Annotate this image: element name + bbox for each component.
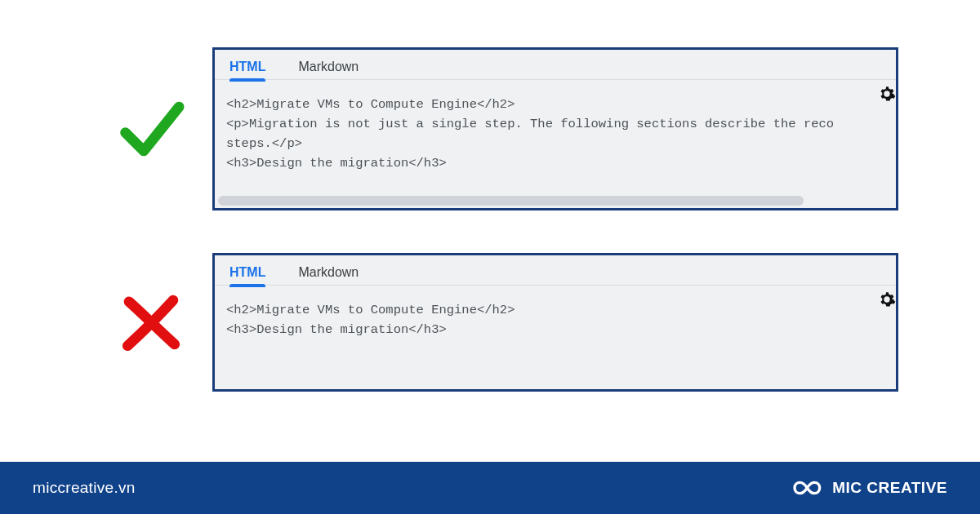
footer-brand: MIC CREATIVE	[790, 476, 947, 499]
code-area: <h2>Migrate VMs to Compute Engine</h2> <…	[215, 80, 896, 184]
footer: miccreative.vn MIC CREATIVE	[0, 462, 980, 514]
tab-html[interactable]: HTML	[225, 56, 270, 79]
code-block: <h2>Migrate VMs to Compute Engine</h2> <…	[226, 95, 884, 173]
tab-markdown[interactable]: Markdown	[293, 56, 363, 79]
cross-icon	[114, 286, 188, 359]
gear-icon[interactable]	[878, 85, 896, 103]
example-bad: HTML Markdown <h2>Migrate VMs to Compute…	[114, 253, 931, 392]
check-icon	[114, 92, 188, 166]
canvas: HTML Markdown <h2>Migrate VMs to Compute…	[0, 0, 980, 514]
gear-icon[interactable]	[878, 290, 896, 308]
scrollbar-horizontal[interactable]	[215, 196, 896, 206]
scrollbar-thumb[interactable]	[218, 196, 804, 206]
code-panel-good: HTML Markdown <h2>Migrate VMs to Compute…	[212, 47, 898, 210]
tabbar: HTML Markdown	[215, 255, 896, 286]
infinity-logo-icon	[790, 476, 822, 499]
tab-markdown[interactable]: Markdown	[293, 262, 363, 285]
code-panel-bad: HTML Markdown <h2>Migrate VMs to Compute…	[212, 253, 898, 392]
footer-site: miccreative.vn	[33, 479, 136, 497]
code-area: <h2>Migrate VMs to Compute Engine</h2> <…	[215, 286, 896, 351]
footer-brand-text: MIC CREATIVE	[832, 479, 947, 497]
example-good: HTML Markdown <h2>Migrate VMs to Compute…	[114, 47, 931, 210]
code-block: <h2>Migrate VMs to Compute Engine</h2> <…	[226, 300, 884, 339]
tabbar: HTML Markdown	[215, 50, 896, 80]
tab-html[interactable]: HTML	[225, 262, 270, 285]
